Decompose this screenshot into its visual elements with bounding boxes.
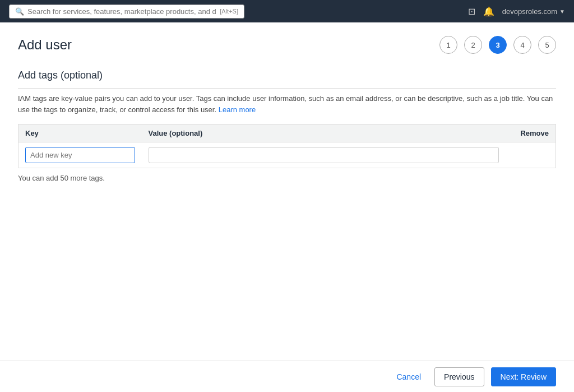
step-1[interactable]: 1: [439, 36, 457, 54]
page-title: Add user: [18, 37, 72, 53]
step-5[interactable]: 5: [538, 36, 556, 54]
terminal-icon[interactable]: ⊡: [468, 6, 475, 17]
cancel-button[interactable]: Cancel: [390, 368, 428, 386]
account-name: devopsroles.com: [502, 7, 557, 16]
key-input[interactable]: [25, 147, 135, 163]
value-input[interactable]: [149, 147, 499, 163]
table-header-row: Key Value (optional) Remove: [18, 124, 556, 142]
step-indicators: 1 2 3 4 5: [439, 36, 556, 54]
add-tags-section: Add tags (optional) IAM tags are key-val…: [18, 70, 556, 191]
navbar-right: ⊡ 🔔 devopsroles.com ▼: [468, 6, 565, 17]
col-key-header: Key: [18, 124, 142, 142]
table-row: [18, 142, 556, 168]
search-icon: 🔍: [15, 7, 24, 16]
key-cell: [18, 142, 142, 168]
learn-more-link[interactable]: Learn more: [219, 105, 256, 114]
previous-button[interactable]: Previous: [434, 367, 484, 386]
step-4[interactable]: 4: [513, 36, 531, 54]
search-shortcut: [Alt+S]: [220, 8, 238, 15]
account-menu[interactable]: devopsroles.com ▼: [502, 7, 565, 16]
next-review-button[interactable]: Next: Review: [491, 367, 556, 386]
footer: Cancel Previous Next: Review: [0, 361, 574, 392]
search-bar[interactable]: 🔍 [Alt+S]: [9, 4, 244, 19]
section-title: Add tags (optional): [18, 70, 556, 89]
remove-cell: [506, 142, 556, 168]
search-input[interactable]: [27, 7, 216, 16]
step-2[interactable]: 2: [464, 36, 482, 54]
value-cell: [142, 142, 506, 168]
main-content: Add user 1 2 3 4 5 Add tags (optional) I…: [0, 22, 574, 392]
tags-remaining-info: You can add 50 more tags.: [18, 174, 556, 182]
tags-table: Key Value (optional) Remove: [18, 124, 556, 168]
chevron-down-icon: ▼: [559, 8, 565, 15]
col-remove-header: Remove: [506, 124, 556, 142]
navbar: 🔍 [Alt+S] ⊡ 🔔 devopsroles.com ▼: [0, 0, 574, 22]
col-value-header: Value (optional): [142, 124, 506, 142]
section-description: IAM tags are key-value pairs you can add…: [18, 93, 556, 115]
step-3[interactable]: 3: [489, 36, 507, 54]
bell-icon[interactable]: 🔔: [483, 6, 494, 17]
page-header: Add user 1 2 3 4 5: [18, 36, 556, 54]
